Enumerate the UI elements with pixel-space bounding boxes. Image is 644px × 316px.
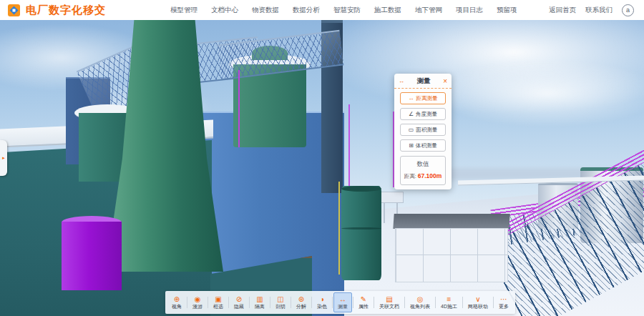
teal-drum-stack <box>341 186 381 280</box>
layers-icon: ≡ <box>447 295 452 303</box>
tool-box-select[interactable]: ▣ 框选 <box>209 292 228 312</box>
magenta-pipe-line <box>238 70 240 147</box>
measure-icon: ↔ <box>399 78 404 84</box>
section-icon: ◫ <box>277 295 283 303</box>
tool-grid-linkage[interactable]: ∨ 网格联动 <box>464 292 492 312</box>
target-icon: ⊕ <box>174 295 180 303</box>
measure-panel-title: 测量 <box>404 76 443 86</box>
volume-icon: ⊞ <box>409 142 414 149</box>
nav-model-management[interactable]: 模型管理 <box>170 6 197 15</box>
hide-icon: ⊘ <box>236 295 242 303</box>
app-window: 电厂数字化移交 模型管理 文档中心 物资数据 数据分析 智慧安防 施工数据 地下… <box>0 0 644 316</box>
sidebar-collapse-handle[interactable]: ▸ <box>0 140 7 176</box>
tool-more[interactable]: ⋯ 更多 <box>494 292 513 312</box>
tool-properties[interactable]: ✎ 属性 <box>354 292 373 312</box>
toolbar-divider <box>187 297 187 308</box>
roam-icon: ◉ <box>195 295 201 303</box>
area-measure-button[interactable]: ▭ 面积测量 <box>400 124 446 136</box>
header-right: 返回首页 联系我们 a <box>549 4 644 16</box>
angle-icon: ∠ <box>409 111 414 117</box>
box-select-icon: ▣ <box>215 295 221 303</box>
nav-reserved[interactable]: 预留项 <box>497 6 517 15</box>
tool-colorize[interactable]: ◑ 染色 <box>313 292 331 312</box>
measure-result-box: 数值 距离: 67.100m <box>400 156 446 185</box>
explode-icon: ⊛ <box>298 295 304 303</box>
tool-section[interactable]: ◫ 剖切 <box>271 292 290 312</box>
top-header: 电厂数字化移交 模型管理 文档中心 物资数据 数据分析 智慧安防 施工数据 地下… <box>0 0 644 20</box>
nav-underground-network[interactable]: 地下管网 <box>415 6 442 15</box>
toolbar-divider <box>270 297 270 308</box>
tool-isolate[interactable]: ▥ 隔离 <box>250 292 269 312</box>
purple-tank <box>62 222 122 290</box>
app-title: 电厂数字化移交 <box>26 4 106 17</box>
contact-link[interactable]: 联系我们 <box>585 6 613 15</box>
angle-measure-button[interactable]: ∠ 角度测量 <box>400 108 446 120</box>
cube-logo-icon <box>7 4 21 17</box>
volume-measure-button[interactable]: ⊞ 体积测量 <box>400 139 446 152</box>
toolbar-divider <box>311 297 312 308</box>
tool-view-list[interactable]: ◎ 视角列表 <box>406 292 434 312</box>
paint-icon: ◑ <box>320 295 324 303</box>
main-nav: 模型管理 文档中心 物资数据 数据分析 智慧安防 施工数据 地下管网 项目日志 … <box>170 6 517 15</box>
tool-linked-docs[interactable]: ▤ 关联文档 <box>375 292 404 312</box>
result-label: 距离: <box>404 173 416 180</box>
close-icon[interactable]: × <box>443 78 447 85</box>
measure-panel-body: ↔ 距离测量 ∠ 角度测量 ▭ 面积测量 ⊞ 体积测量 数值 <box>394 89 452 189</box>
tool-roam[interactable]: ◉ 漫游 <box>188 292 207 312</box>
3d-viewport[interactable]: ▸ ↔ 测量 × ↔ 距离测量 ∠ 角度测量 ▭ 面积测量 <box>0 20 644 316</box>
area-measure-label: 面积测量 <box>416 127 437 134</box>
more-icon: ⋯ <box>500 295 507 303</box>
measure-panel: ↔ 测量 × ↔ 距离测量 ∠ 角度测量 ▭ 面积测量 ⊞ <box>394 74 452 189</box>
tool-view-angle[interactable]: ⊕ 视角 <box>167 292 186 312</box>
measure-panel-header: ↔ 测量 × <box>394 74 452 89</box>
nav-data-analysis[interactable]: 数据分析 <box>293 6 320 15</box>
cloud <box>429 59 644 127</box>
nav-smart-security[interactable]: 智慧安防 <box>333 6 361 15</box>
toolbar-divider <box>353 297 353 308</box>
nav-document-center[interactable]: 文档中心 <box>211 6 238 15</box>
toolbar-divider <box>249 297 250 308</box>
nav-material-data[interactable]: 物资数据 <box>252 6 279 15</box>
volume-measure-label: 体积测量 <box>416 142 437 149</box>
toolbar-divider <box>435 297 436 308</box>
distance-measure-label: 距离测量 <box>416 95 438 102</box>
pencil-icon: ✎ <box>361 295 366 303</box>
angle-measure-label: 角度测量 <box>416 111 437 118</box>
isolate-icon: ▥ <box>256 295 263 303</box>
linkage-icon: ∨ <box>475 295 480 303</box>
magenta-pipe-line <box>348 104 350 199</box>
tool-measure[interactable]: ↔ 测量 <box>333 292 352 312</box>
area-icon: ▭ <box>409 127 414 133</box>
frame-building <box>395 228 508 282</box>
frame-building-roof <box>393 214 509 229</box>
toolbar-divider <box>228 297 229 308</box>
nav-construction-data[interactable]: 施工数据 <box>374 6 401 15</box>
measure-icon: ↔ <box>339 295 346 303</box>
document-icon: ▤ <box>386 295 392 303</box>
ruler-icon: ↔ <box>409 95 414 102</box>
logo: 电厂数字化移交 <box>0 4 170 17</box>
tool-explode[interactable]: ⊛ 分解 <box>292 292 311 312</box>
view-list-icon: ◎ <box>417 295 424 303</box>
user-avatar[interactable]: a <box>622 4 634 16</box>
toolbar-divider <box>332 297 333 308</box>
toolbar-divider <box>404 297 405 308</box>
result-value: 67.100m <box>418 172 442 179</box>
toolbar-divider <box>291 297 291 308</box>
toolbar-divider <box>208 297 208 308</box>
yellow-ladder-line <box>338 182 340 275</box>
nav-project-log[interactable]: 项目日志 <box>456 6 483 15</box>
toolbar-divider <box>374 297 374 308</box>
toolbar-divider <box>493 297 494 308</box>
result-title: 数值 <box>403 160 443 169</box>
home-link[interactable]: 返回首页 <box>549 6 576 15</box>
tool-4d-construction[interactable]: ≡ 4D施工 <box>436 292 462 312</box>
expand-arrow-icon: ▸ <box>2 155 5 161</box>
tool-hide[interactable]: ⊘ 隐藏 <box>230 292 248 312</box>
bottom-toolbar: ⊕ 视角 ◉ 漫游 ▣ 框选 ⊘ 隐藏 ▥ 隔离 ◫ 剖切 <box>165 291 515 314</box>
toolbar-divider <box>462 297 463 308</box>
distance-measure-button[interactable]: ↔ 距离测量 <box>400 92 446 104</box>
